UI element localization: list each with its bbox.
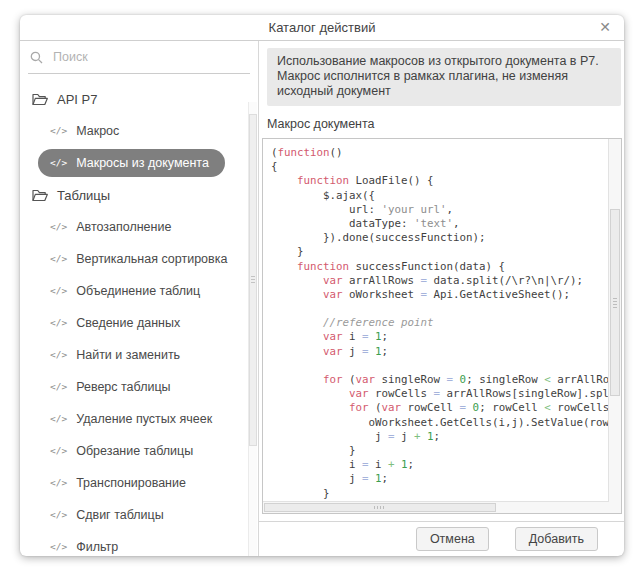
code-line: url: 'your url', (271, 203, 621, 217)
code-line: var rowCells = arrAllRows[singleRow].spl (271, 387, 621, 401)
tree-label: Транспонирование (76, 476, 186, 490)
code-line: var i = 1; (271, 330, 621, 344)
code-line: var arrAllRows = data.split(/\r?\n|\r/); (271, 274, 621, 288)
code-line: for (var rowCell = 0; rowCell < rowCells (271, 401, 621, 415)
tree-label: Вертикальная сортировка (76, 252, 227, 266)
code-horizontal-scrollbar-thumb[interactable] (264, 503, 496, 512)
code-icon: </> (50, 158, 67, 168)
actions-catalog-dialog: Каталог действий ✕ API Р7</>Макрос</>Мак… (20, 15, 624, 556)
tree-label: Удаление пустых ячеек (76, 412, 212, 426)
code-icon: </> (50, 414, 67, 424)
code-line: } (271, 245, 621, 259)
code-line: } (271, 444, 621, 458)
tree-label: Макросы из документа (76, 156, 209, 170)
code-icon: </> (50, 478, 67, 488)
code-line: }).done(successFunction); (271, 231, 621, 245)
tree-item-8[interactable]: </>Найти и заменить (20, 339, 258, 371)
tree-item-7[interactable]: </>Сведение данных (20, 307, 258, 339)
tree-item-9[interactable]: </>Реверс таблицы (20, 371, 258, 403)
code-icon: </> (50, 126, 67, 136)
cancel-button[interactable]: Отмена (416, 527, 489, 551)
close-icon[interactable]: ✕ (595, 16, 615, 38)
code-icon: </> (50, 318, 67, 328)
tree-item-10[interactable]: </>Удаление пустых ячеек (20, 403, 258, 435)
dialog-title: Каталог действий (269, 20, 376, 35)
tree-label: API Р7 (57, 92, 97, 107)
tree-label: Макрос (76, 124, 119, 138)
dialog-footer: Отмена Добавить (259, 521, 624, 556)
open-folder-icon (32, 189, 48, 202)
code-line: } (271, 487, 621, 501)
code-line: oWorksheet.GetCells(i,j).SetValue(row (271, 416, 621, 430)
scrollbar-corner (609, 502, 621, 513)
tree-folder-0[interactable]: API Р7 (20, 83, 258, 115)
tree-folder-3[interactable]: Таблицы (20, 179, 258, 211)
sidebar: API Р7</>Макрос</>Макросы из документаТа… (20, 41, 259, 556)
tree-item-2[interactable]: </>Макросы из документа (20, 147, 258, 179)
code-content[interactable]: (function(){ function LoadFile() { $.aja… (263, 139, 621, 514)
code-icon: </> (50, 222, 67, 232)
tree-item-11[interactable]: </>Обрезание таблицы (20, 435, 258, 467)
tree-item-13[interactable]: </>Сдвиг таблицы (20, 499, 258, 531)
code-line: $.ajax({ (271, 189, 621, 203)
code-section-label: Макрос документа (267, 117, 616, 131)
tree-item-6[interactable]: </>Объединение таблиц (20, 275, 258, 307)
dialog-header: Каталог действий ✕ (20, 15, 624, 41)
tree-item-12[interactable]: </>Транспонирование (20, 467, 258, 499)
tree-label: Фильтр (76, 540, 118, 554)
macro-tree: API Р7</>Макрос</>Макросы из документаТа… (20, 74, 258, 556)
tree-label: Объединение таблиц (76, 284, 200, 298)
code-line: j = j + 1; (271, 430, 621, 444)
tree-label: Реверс таблицы (76, 380, 170, 394)
search-row (28, 41, 250, 74)
code-icon: </> (50, 254, 67, 264)
code-line: dataType: 'text', (271, 217, 621, 231)
code-vertical-scrollbar-thumb[interactable] (610, 209, 620, 396)
code-icon: </> (50, 382, 67, 392)
code-line: { (271, 160, 621, 174)
tree-label: Сдвиг таблицы (76, 508, 164, 522)
sidebar-scrollbar-thumb[interactable] (249, 114, 257, 446)
code-line: for (var singleRow = 0; singleRow < arrA… (271, 373, 621, 387)
code-editor[interactable]: (function(){ function LoadFile() { $.aja… (262, 138, 622, 514)
dialog-body: API Р7</>Макрос</>Макросы из документаТа… (20, 41, 624, 556)
macro-description: Использование макросов из открытого доку… (267, 48, 621, 106)
tree-label: Автозаполнение (76, 220, 171, 234)
code-line (271, 359, 621, 373)
code-vertical-scrollbar[interactable] (608, 139, 621, 502)
add-button[interactable]: Добавить (515, 527, 598, 551)
tree-item-4[interactable]: </>Автозаполнение (20, 211, 258, 243)
code-line (271, 302, 621, 316)
code-line: i = i + 1; (271, 458, 621, 472)
tree-label: Таблицы (57, 188, 110, 203)
code-icon: </> (50, 286, 67, 296)
tree-label: Найти и заменить (76, 348, 180, 362)
code-icon: </> (50, 510, 67, 520)
code-icon: </> (50, 542, 67, 552)
code-icon: </> (50, 350, 67, 360)
code-line: var j = 1; (271, 345, 621, 359)
search-input[interactable] (51, 49, 248, 65)
sidebar-scrollbar[interactable] (248, 102, 257, 556)
search-icon (30, 51, 43, 64)
code-line: (function() (271, 146, 621, 160)
code-horizontal-scrollbar[interactable] (263, 501, 609, 513)
detail-panel: Использование макросов из открытого доку… (259, 41, 624, 556)
code-line: //reference point (271, 316, 621, 330)
tree-item-14[interactable]: </>Фильтр (20, 531, 258, 556)
code-line: j = 1; (271, 472, 621, 486)
code-line: var oWorksheet = Api.GetActiveSheet(); (271, 288, 621, 302)
open-folder-icon (32, 93, 48, 106)
tree-item-1[interactable]: </>Макрос (20, 115, 258, 147)
tree-item-5[interactable]: </>Вертикальная сортировка (20, 243, 258, 275)
code-line: function successFunction(data) { (271, 260, 621, 274)
tree-label: Сведение данных (76, 316, 180, 330)
code-icon: </> (50, 446, 67, 456)
code-line: function LoadFile() { (271, 174, 621, 188)
tree-label: Обрезание таблицы (76, 444, 193, 458)
